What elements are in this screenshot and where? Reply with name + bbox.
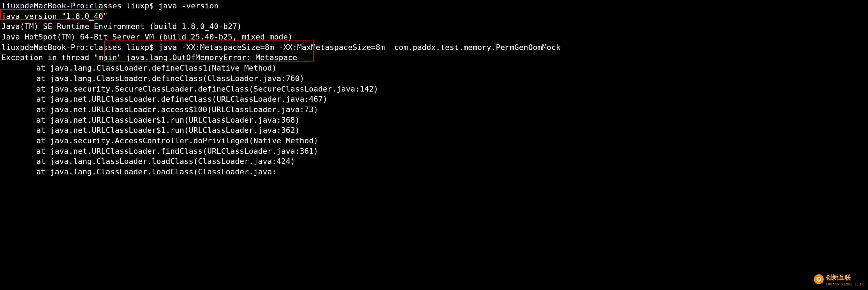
terminal-line-command: liuxpdeMacBook-Pro:classes liuxp$ java -… — [1, 42, 867, 53]
terminal-line-runtime: Java(TM) SE Runtime Environment (build 1… — [1, 21, 867, 32]
watermark-text: 创新互联 — [826, 274, 851, 281]
stack-trace-line: at java.lang.ClassLoader.defineClass1(Na… — [1, 63, 867, 73]
watermark-subtext: CHUANG XINHU LIAN — [826, 282, 864, 287]
terminal-line-prompt: liuxpdeMacBook-Pro:classes liuxp$ java -… — [1, 1, 867, 11]
stack-trace-line: at java.lang.ClassLoader.loadClass(Class… — [1, 156, 867, 167]
terminal-output[interactable]: liuxpdeMacBook-Pro:classes liuxp$ java -… — [1, 1, 867, 177]
stack-trace-line: at java.net.URLClassLoader$1.run(URLClas… — [1, 125, 867, 136]
stack-trace-line: at java.lang.ClassLoader.loadClass(Class… — [1, 167, 867, 177]
stack-trace-line: at java.lang.ClassLoader.defineClass(Cla… — [1, 73, 867, 84]
stack-trace-line: at java.security.SecureClassLoader.defin… — [1, 84, 867, 94]
terminal-line-exception: Exception in thread "main" java.lang.Out… — [1, 52, 867, 63]
watermark-logo-icon — [814, 274, 824, 284]
terminal-line-version: java version "1.8.0_40" — [1, 11, 867, 22]
stack-trace-line: at java.net.URLClassLoader.findClass(URL… — [1, 146, 867, 157]
stack-trace-line: at java.net.URLClassLoader.defineClass(U… — [1, 94, 867, 104]
watermark: 创新互联 CHUANG XINHU LIAN — [814, 272, 864, 287]
stack-trace-line: at java.security.AccessController.doPriv… — [1, 136, 867, 146]
stack-trace-line: at java.net.URLClassLoader$1.run(URLClas… — [1, 115, 867, 125]
stack-trace-line: at java.net.URLClassLoader.access$100(UR… — [1, 104, 867, 115]
terminal-line-hotspot: Java HotSpot(TM) 64-Bit Server VM (build… — [1, 32, 867, 42]
